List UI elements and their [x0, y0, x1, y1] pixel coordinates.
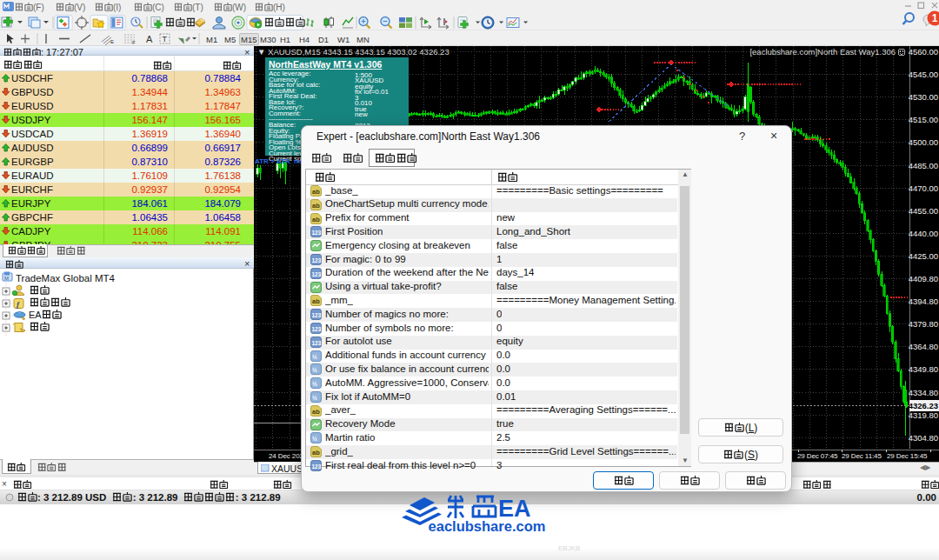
svg-text:½: ½: [312, 381, 317, 387]
svg-text:4470.00: 4470.00: [909, 183, 938, 193]
svg-text:F: F: [132, 40, 136, 45]
svg-text:4334.80: 4334.80: [909, 388, 938, 397]
svg-text:29 Dec 11:45: 29 Dec 11:45: [842, 452, 882, 460]
svg-text:4500.00: 4500.00: [909, 137, 938, 147]
svg-text:123: 123: [312, 326, 322, 332]
svg-text:123: 123: [312, 257, 322, 263]
svg-text:½: ½: [312, 395, 317, 401]
svg-text:4304.80: 4304.80: [909, 433, 938, 443]
svg-text:4326.23: 4326.23: [909, 401, 938, 410]
svg-text:½: ½: [312, 353, 317, 359]
svg-text:123: 123: [312, 270, 322, 277]
svg-text:4409.80: 4409.80: [909, 274, 938, 283]
svg-text:4364.80: 4364.80: [909, 342, 938, 351]
svg-text:ab: ab: [312, 297, 320, 305]
svg-text:4379.80: 4379.80: [909, 319, 938, 329]
svg-text:123: 123: [312, 339, 322, 345]
svg-text:4319.80: 4319.80: [909, 410, 938, 420]
svg-text:A: A: [146, 34, 153, 44]
svg-text:T: T: [163, 35, 168, 43]
svg-text:4530.00: 4530.00: [909, 92, 938, 102]
svg-text:ab: ab: [312, 201, 320, 209]
svg-text:4545.00: 4545.00: [909, 70, 938, 79]
svg-text:29 Dec 07:45: 29 Dec 07:45: [797, 452, 838, 460]
svg-text:4455.00: 4455.00: [909, 206, 938, 216]
svg-text:1: 1: [932, 12, 938, 24]
svg-text:M: M: [4, 276, 9, 281]
svg-text:4394.80: 4394.80: [909, 297, 938, 306]
svg-text:123: 123: [312, 312, 322, 318]
svg-text:▼ XAUUSD,M15 4343.15 4343.15: ▼ XAUUSD,M15 4343.15 4343.15 4303.02 432…: [257, 47, 450, 57]
svg-text:ab: ab: [312, 407, 320, 415]
svg-text:E: E: [110, 39, 114, 44]
svg-text:4425.00: 4425.00: [909, 251, 938, 261]
svg-text:4349.80: 4349.80: [909, 364, 938, 374]
svg-text:29 Dec 15:45: 29 Dec 15:45: [887, 452, 928, 460]
svg-text:4560.00: 4560.00: [909, 47, 938, 57]
svg-text:4485.00: 4485.00: [909, 161, 938, 170]
svg-text:ab: ab: [312, 215, 320, 223]
svg-text:ab: ab: [312, 449, 320, 457]
svg-text:123: 123: [312, 230, 322, 236]
svg-text:ab: ab: [312, 188, 320, 196]
svg-text:[eaclubshare.com]North East Wa: [eaclubshare.com]North East Way1.306: [749, 47, 896, 57]
svg-text:4515.00: 4515.00: [909, 115, 938, 124]
svg-text:123: 123: [312, 463, 322, 470]
svg-text:½: ½: [312, 436, 317, 442]
svg-text:eaclubshare.com: eaclubshare.com: [429, 518, 546, 534]
svg-text:4440.00: 4440.00: [909, 229, 938, 238]
svg-text:½: ½: [312, 367, 317, 373]
